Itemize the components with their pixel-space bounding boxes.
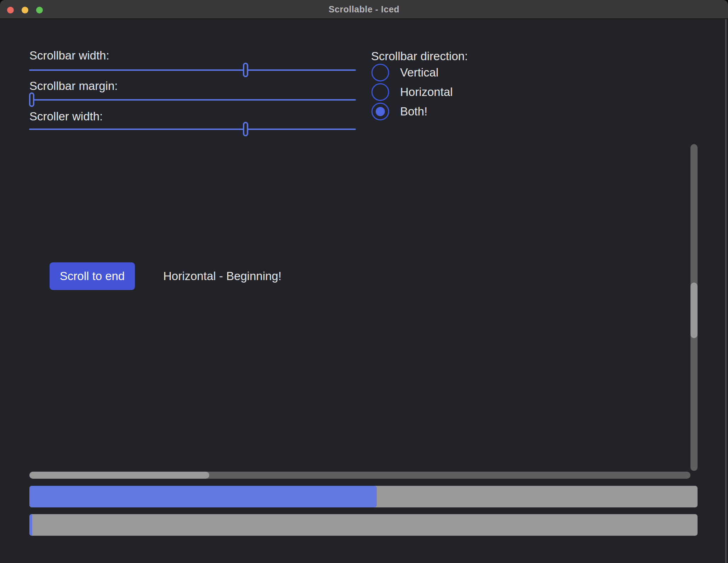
radio-circle-icon[interactable]: [371, 83, 389, 101]
scroll-status-text: Horizontal - Beginning!: [163, 262, 281, 290]
scroll-progress-bar-y: [29, 514, 698, 536]
scroll-progress-bar-x: [29, 486, 698, 507]
horizontal-scrollbar-track[interactable]: [29, 472, 690, 479]
screen: { "window": { "title": "Scrollable - Ice…: [0, 0, 728, 563]
scroller-width-slider[interactable]: [29, 122, 356, 137]
vertical-scrollbar-thumb[interactable]: [690, 283, 698, 338]
radio-horizontal[interactable]: Horizontal: [371, 83, 453, 101]
radio-label: Horizontal: [400, 85, 453, 99]
radio-circle-icon[interactable]: [371, 64, 389, 81]
scrollbar-width-slider[interactable]: [29, 63, 356, 78]
radio-both[interactable]: Both!: [371, 103, 427, 120]
scroller-width-label: Scroller width:: [29, 110, 103, 123]
progress-fill: [29, 486, 377, 507]
progress-fill: [29, 514, 32, 536]
window-right-edge: [725, 19, 727, 563]
slider-handle[interactable]: [243, 122, 248, 136]
slider-rail[interactable]: [29, 129, 356, 130]
window-title: Scrollable - Iced: [0, 0, 728, 19]
slider-rail[interactable]: [29, 69, 356, 71]
vertical-scrollbar-track[interactable]: [690, 144, 698, 471]
scrollbar-margin-slider[interactable]: [29, 92, 356, 107]
horizontal-scrollbar-thumb[interactable]: [29, 472, 209, 479]
titlebar: Scrollable - Iced: [0, 0, 728, 19]
slider-handle[interactable]: [243, 63, 248, 77]
scrollbar-width-label: Scrollbar width:: [29, 49, 109, 62]
radio-vertical[interactable]: Vertical: [371, 64, 438, 81]
radio-circle-icon[interactable]: [371, 103, 389, 120]
slider-handle[interactable]: [29, 92, 34, 107]
radio-label: Vertical: [400, 66, 438, 79]
slider-rail[interactable]: [29, 99, 356, 101]
radio-label: Both!: [400, 105, 427, 118]
scrollbar-direction-label: Scrollbar direction:: [371, 50, 468, 63]
scroll-to-end-button[interactable]: Scroll to end: [50, 262, 135, 290]
scrollbar-margin-label: Scrollbar margin:: [29, 79, 118, 93]
app-window: Scrollable - Iced Scrollbar width: Scrol…: [0, 0, 728, 563]
